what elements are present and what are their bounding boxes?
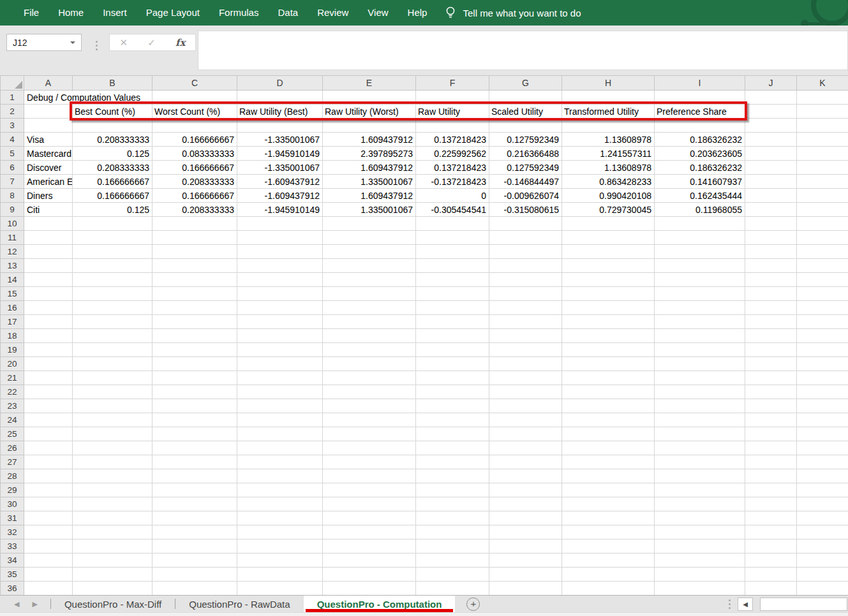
cell-J23[interactable]	[745, 399, 797, 413]
cell-A16[interactable]	[24, 301, 73, 315]
cell-H2[interactable]: Transformed Utility	[562, 105, 655, 119]
cell-F12[interactable]	[416, 245, 489, 259]
cell-B12[interactable]	[73, 245, 152, 259]
cell-F14[interactable]	[416, 273, 489, 287]
cell-G2[interactable]: Scaled Utility	[489, 105, 562, 119]
cell-B35[interactable]	[73, 568, 152, 582]
cell-D33[interactable]	[237, 539, 323, 554]
cell-D12[interactable]	[237, 245, 323, 259]
cell-G18[interactable]	[489, 329, 562, 343]
cell-J15[interactable]	[745, 287, 797, 301]
cell-J16[interactable]	[745, 301, 797, 315]
row-header-28[interactable]: 28	[1, 469, 24, 483]
cell-D29[interactable]	[237, 483, 323, 497]
cell-B9[interactable]: 0.125	[73, 203, 152, 217]
cell-I13[interactable]	[655, 259, 745, 273]
cell-H9[interactable]: 0.729730045	[562, 203, 655, 217]
row-header-35[interactable]: 35	[1, 568, 24, 582]
cell-G14[interactable]	[489, 273, 562, 287]
cell-H8[interactable]: 0.990420108	[562, 189, 655, 203]
cell-F34[interactable]	[416, 554, 489, 568]
cell-D35[interactable]	[237, 568, 323, 582]
cell-G5[interactable]: 0.216366488	[489, 147, 562, 161]
column-header-J[interactable]: J	[745, 76, 797, 91]
sheet-tab-questionpro-rawdata[interactable]: QuestionPro - RawData	[175, 596, 303, 612]
row-header-20[interactable]: 20	[1, 357, 24, 371]
add-sheet-button[interactable]: +	[466, 596, 480, 612]
cell-K19[interactable]	[797, 343, 848, 357]
formula-bar-drag-dots-icon[interactable]	[96, 41, 98, 50]
cell-C11[interactable]	[152, 231, 237, 245]
cell-A10[interactable]	[24, 217, 73, 231]
cell-H35[interactable]	[562, 568, 655, 582]
cell-H28[interactable]	[562, 469, 655, 483]
cell-K33[interactable]	[797, 539, 848, 554]
cell-I8[interactable]: 0.162435444	[655, 189, 745, 203]
cell-E33[interactable]	[323, 539, 416, 554]
cell-E20[interactable]	[323, 357, 416, 371]
cell-B21[interactable]	[73, 371, 152, 385]
cell-D8[interactable]: -1.609437912	[237, 189, 323, 203]
cell-H5[interactable]: 1.241557311	[562, 147, 655, 161]
cell-E3[interactable]	[323, 119, 416, 133]
cell-F24[interactable]	[416, 413, 489, 427]
cell-I25[interactable]	[655, 427, 745, 441]
row-header-25[interactable]: 25	[1, 427, 24, 441]
cell-G27[interactable]	[489, 455, 562, 469]
cell-J34[interactable]	[745, 554, 797, 568]
cell-K29[interactable]	[797, 483, 848, 497]
cell-I15[interactable]	[655, 287, 745, 301]
cell-B8[interactable]: 0.166666667	[73, 189, 152, 203]
cell-A14[interactable]	[24, 273, 73, 287]
cell-J36[interactable]	[745, 582, 797, 596]
cell-I3[interactable]	[655, 119, 745, 133]
cell-E32[interactable]	[323, 525, 416, 539]
cell-F18[interactable]	[416, 329, 489, 343]
cell-I32[interactable]	[655, 525, 745, 539]
row-header-18[interactable]: 18	[1, 329, 24, 343]
row-header-29[interactable]: 29	[1, 483, 24, 497]
row-header-19[interactable]: 19	[1, 343, 24, 357]
scroll-left-button[interactable]: ◀	[738, 598, 753, 611]
row-header-12[interactable]: 12	[1, 245, 24, 259]
cell-B7[interactable]: 0.166666667	[73, 175, 152, 189]
cell-J33[interactable]	[745, 539, 797, 554]
cell-F2[interactable]: Raw Utility	[416, 105, 489, 119]
cell-D20[interactable]	[237, 357, 323, 371]
cell-F22[interactable]	[416, 385, 489, 399]
cell-D31[interactable]	[237, 511, 323, 525]
cell-H32[interactable]	[562, 525, 655, 539]
formula-bar-input[interactable]	[198, 31, 848, 70]
cell-I9[interactable]: 0.11968055	[655, 203, 745, 217]
cell-K21[interactable]	[797, 371, 848, 385]
row-header-22[interactable]: 22	[1, 385, 24, 399]
cell-H3[interactable]	[562, 119, 655, 133]
cell-F26[interactable]	[416, 441, 489, 455]
cell-C27[interactable]	[152, 455, 237, 469]
cell-A2[interactable]	[24, 105, 73, 119]
cell-H17[interactable]	[562, 315, 655, 329]
cell-E2[interactable]: Raw Utility (Worst)	[323, 105, 416, 119]
menu-help[interactable]: Help	[398, 0, 437, 26]
cell-I14[interactable]	[655, 273, 745, 287]
cell-F16[interactable]	[416, 301, 489, 315]
cell-K26[interactable]	[797, 441, 848, 455]
cell-H30[interactable]	[562, 497, 655, 511]
cell-G11[interactable]	[489, 231, 562, 245]
sheet-nav-right-icon[interactable]: ▶	[32, 600, 37, 608]
cell-J18[interactable]	[745, 329, 797, 343]
cell-H20[interactable]	[562, 357, 655, 371]
cell-D10[interactable]	[237, 217, 323, 231]
cell-A27[interactable]	[24, 455, 73, 469]
cell-E5[interactable]: 2.397895273	[323, 147, 416, 161]
cell-G31[interactable]	[489, 511, 562, 525]
cell-K9[interactable]	[797, 203, 848, 217]
cell-H1[interactable]	[562, 91, 655, 105]
cell-B11[interactable]	[73, 231, 152, 245]
cell-J3[interactable]	[745, 119, 797, 133]
cell-I36[interactable]	[655, 582, 745, 596]
cell-J32[interactable]	[745, 525, 797, 539]
menu-insert[interactable]: Insert	[93, 0, 137, 26]
menu-view[interactable]: View	[358, 0, 398, 26]
cell-C30[interactable]	[152, 497, 237, 511]
